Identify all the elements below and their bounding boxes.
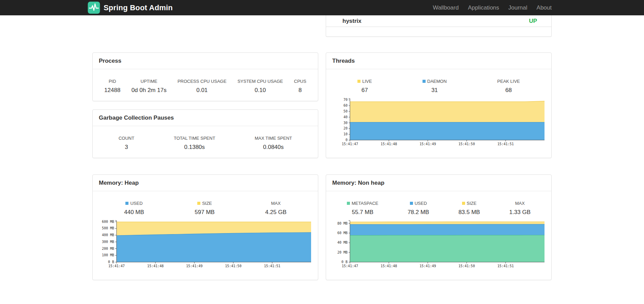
svg-text:40: 40 <box>343 115 348 119</box>
stat-nonheap-used: USED 78.2 MB <box>408 201 429 216</box>
nonheap-size-swatch-icon <box>462 202 465 205</box>
application-status-panel: hystrix UP <box>326 15 552 37</box>
svg-text:20: 20 <box>343 126 348 130</box>
svg-text:100 MB: 100 MB <box>102 253 114 257</box>
memory-nonheap-chart: 0 B20 MB40 MB60 MB80 MB15:41:4715:41:481… <box>329 218 547 270</box>
spring-boot-admin-logo-icon <box>88 1 100 14</box>
nav-links: Wallboard Applications Journal About <box>433 4 552 11</box>
stat-heap-size: SIZE 597 MB <box>195 201 215 216</box>
svg-text:15:41:51: 15:41:51 <box>497 264 514 268</box>
svg-text:15:41:48: 15:41:48 <box>381 142 397 146</box>
metaspace-swatch-icon <box>347 202 350 205</box>
svg-text:20 MB: 20 MB <box>337 250 348 254</box>
stat-gc-total-time: TOTAL TIME SPENT 0.1380s <box>174 136 215 151</box>
svg-text:15:41:49: 15:41:49 <box>419 264 436 268</box>
svg-text:15:41:51: 15:41:51 <box>497 142 514 146</box>
left-column: Process PID 12488 UPTIME 0d 0h 2m 17s PR… <box>92 15 318 280</box>
application-status-badge: UP <box>529 18 537 25</box>
svg-text:80 MB: 80 MB <box>337 222 348 225</box>
svg-text:300 MB: 300 MB <box>102 240 114 244</box>
svg-text:0: 0 <box>346 138 348 142</box>
nav-item-wallboard[interactable]: Wallboard <box>433 4 459 11</box>
svg-text:15:41:48: 15:41:48 <box>381 264 397 268</box>
stat-threads-live: LIVE 67 <box>357 79 372 94</box>
stat-heap-max: MAX 4.25 GB <box>265 201 286 216</box>
process-stats: PID 12488 UPTIME 0d 0h 2m 17s PROCESS CP… <box>93 69 318 94</box>
stat-process-cpu-usage: PROCESS CPU USAGE 0.01 <box>178 79 227 94</box>
stat-heap-used: USED 440 MB <box>124 201 144 216</box>
stat-system-cpu-usage: SYSTEM CPU USAGE 0.10 <box>237 79 283 94</box>
nav-item-applications[interactable]: Applications <box>468 4 499 11</box>
threads-panel: Threads LIVE 67 DAEMON 31 PEAK LIVE 68 <box>326 52 552 158</box>
svg-text:15:41:50: 15:41:50 <box>225 264 242 268</box>
threads-panel-title: Threads <box>326 53 551 69</box>
memory-nonheap-legend: METASPACE 55.7 MB USED 78.2 MB SIZE 83.5… <box>326 191 551 216</box>
svg-text:400 MB: 400 MB <box>102 233 114 237</box>
memory-heap-legend: USED 440 MB SIZE 597 MB MAX 4.25 GB <box>93 191 318 216</box>
heap-used-swatch-icon <box>125 202 128 205</box>
svg-text:15:41:50: 15:41:50 <box>459 142 475 146</box>
svg-text:500 MB: 500 MB <box>102 226 114 230</box>
stat-gc-count: COUNT 3 <box>119 136 134 151</box>
stat-threads-daemon: DAEMON 31 <box>423 79 447 94</box>
threads-legend: LIVE 67 DAEMON 31 PEAK LIVE 68 <box>326 69 551 94</box>
brand[interactable]: Spring Boot Admin <box>88 1 173 14</box>
gc-pauses-panel: Garbage Collection Pauses COUNT 3 TOTAL … <box>92 109 318 158</box>
svg-text:600 MB: 600 MB <box>102 220 114 224</box>
daemon-swatch-icon <box>423 80 426 83</box>
stat-threads-peak-live: PEAK LIVE 68 <box>497 79 520 94</box>
process-panel: Process PID 12488 UPTIME 0d 0h 2m 17s PR… <box>92 52 318 101</box>
stat-nonheap-metaspace: METASPACE 55.7 MB <box>347 201 378 216</box>
svg-text:60 MB: 60 MB <box>337 231 348 235</box>
nav-item-about[interactable]: About <box>537 4 552 11</box>
stat-nonheap-max: MAX 1.33 GB <box>509 201 531 216</box>
heap-size-swatch-icon <box>197 202 200 205</box>
svg-text:15:41:47: 15:41:47 <box>342 264 358 268</box>
process-panel-title: Process <box>93 53 318 69</box>
svg-text:40 MB: 40 MB <box>337 241 348 244</box>
stat-nonheap-size: SIZE 83.5 MB <box>458 201 480 216</box>
svg-text:70: 70 <box>343 98 348 102</box>
memory-nonheap-panel: Memory: Non heap METASPACE 55.7 MB USED … <box>326 174 552 280</box>
threads-chart: 01020304050607015:41:4715:41:4815:41:491… <box>329 96 547 148</box>
navbar-inner: Spring Boot Admin Wallboard Applications… <box>92 1 552 14</box>
stat-uptime: UPTIME 0d 0h 2m 17s <box>132 79 167 94</box>
svg-text:15:41:48: 15:41:48 <box>147 264 164 268</box>
stat-pid: PID 12488 <box>104 79 120 94</box>
svg-text:0 B: 0 B <box>341 260 348 264</box>
panel-grid: Process PID 12488 UPTIME 0d 0h 2m 17s PR… <box>92 15 552 280</box>
svg-text:60: 60 <box>343 104 348 107</box>
application-row: hystrix UP <box>326 15 551 27</box>
memory-heap-panel: Memory: Heap USED 440 MB SIZE 597 MB MAX… <box>92 174 318 280</box>
svg-text:30: 30 <box>343 121 348 125</box>
svg-text:15:41:49: 15:41:49 <box>419 142 436 146</box>
application-name[interactable]: hystrix <box>342 18 362 25</box>
svg-text:15:41:50: 15:41:50 <box>459 264 475 268</box>
area-METASPACE <box>350 235 545 262</box>
stat-cpus: CPUS 8 <box>294 79 306 94</box>
nonheap-used-swatch-icon <box>410 202 413 205</box>
svg-text:50: 50 <box>343 109 348 113</box>
area-DAEMON <box>350 122 545 140</box>
right-column: hystrix UP Threads LIVE 67 DAEMON 31 <box>326 15 552 280</box>
svg-text:0 B: 0 B <box>108 260 114 264</box>
nav-item-journal[interactable]: Journal <box>508 4 527 11</box>
svg-text:15:41:47: 15:41:47 <box>342 142 358 146</box>
gc-stats: COUNT 3 TOTAL TIME SPENT 0.1380s MAX TIM… <box>93 126 318 151</box>
svg-text:10: 10 <box>343 132 348 136</box>
memory-heap-panel-title: Memory: Heap <box>93 175 318 191</box>
main-content: Process PID 12488 UPTIME 0d 0h 2m 17s PR… <box>92 15 552 280</box>
brand-title: Spring Boot Admin <box>104 3 173 12</box>
area-USED <box>117 232 311 262</box>
svg-text:15:41:49: 15:41:49 <box>186 264 202 268</box>
navbar: Spring Boot Admin Wallboard Applications… <box>0 0 644 15</box>
memory-heap-chart: 0 B100 MB200 MB300 MB400 MB500 MB600 MB1… <box>95 218 314 270</box>
svg-text:15:41:51: 15:41:51 <box>264 264 280 268</box>
memory-nonheap-panel-title: Memory: Non heap <box>326 175 551 191</box>
svg-text:200 MB: 200 MB <box>102 247 114 250</box>
svg-text:15:41:47: 15:41:47 <box>108 264 125 268</box>
gc-panel-title: Garbage Collection Pauses <box>93 110 318 126</box>
live-swatch-icon <box>357 80 361 83</box>
stat-gc-max-time: MAX TIME SPENT 0.0840s <box>255 136 292 151</box>
